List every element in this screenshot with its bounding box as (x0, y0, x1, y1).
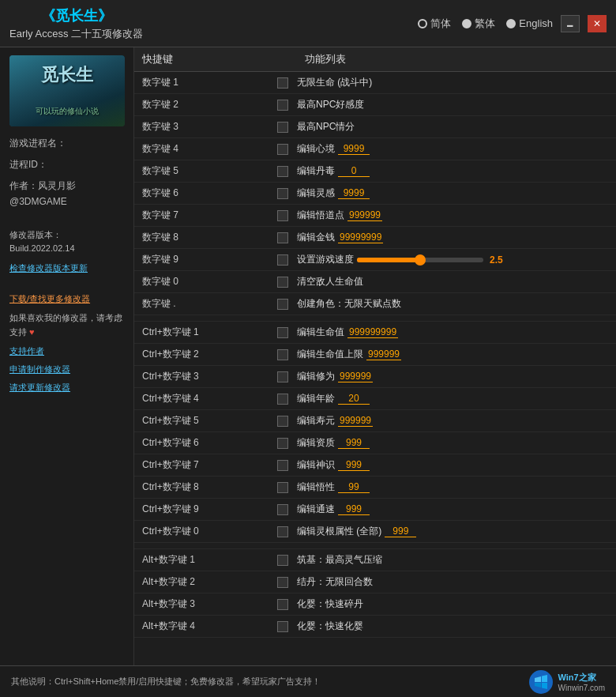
edit-hp-max[interactable]: 999999 (366, 348, 401, 360)
col-func-header: 功能列表 (297, 52, 608, 66)
checkbox[interactable] (277, 482, 288, 493)
checkbox[interactable] (277, 371, 288, 382)
checkbox[interactable] (277, 621, 288, 632)
radio-english (506, 19, 516, 28)
checkbox[interactable] (277, 166, 288, 177)
slider-thumb[interactable] (415, 254, 426, 266)
table-row: 数字键 2 最高NPC好感度 (134, 94, 616, 116)
checkbox[interactable] (277, 210, 288, 221)
row-checkbox[interactable] (269, 122, 297, 133)
row-checkbox[interactable] (269, 327, 297, 338)
row-key: Ctrl+数字键 0 (142, 525, 269, 538)
edit-hp[interactable]: 999999999 (347, 326, 398, 338)
row-checkbox[interactable] (269, 621, 297, 632)
row-checkbox[interactable] (269, 577, 297, 588)
row-key: 数字键 3 (142, 120, 269, 134)
edit-shouyuan[interactable]: 999999 (338, 415, 373, 427)
request-link[interactable]: 申请制作修改器 (9, 364, 124, 375)
row-checkbox[interactable] (269, 232, 297, 243)
edit-wudao[interactable]: 999999 (347, 209, 382, 221)
checkbox[interactable] (277, 254, 288, 266)
table-row: Alt+数字键 4 化婴：快速化婴 (134, 616, 616, 638)
row-checkbox[interactable] (269, 555, 297, 566)
close-button[interactable]: ✕ (588, 15, 607, 32)
check-update-link[interactable]: 检查修改器版本更新 (9, 262, 124, 274)
row-checkbox[interactable] (269, 349, 297, 360)
row-checkbox[interactable] (269, 210, 297, 221)
row-checkbox[interactable] (269, 394, 297, 405)
checkbox[interactable] (277, 438, 288, 449)
edit-xingjing[interactable]: 9999 (338, 143, 370, 155)
checkbox[interactable] (277, 77, 288, 89)
row-checkbox[interactable] (269, 254, 297, 266)
row-func: 编辑通速 999 (297, 503, 608, 516)
row-func: 化婴：快速碎丹 (297, 597, 608, 611)
update-request-link[interactable]: 请求更新修改器 (9, 382, 124, 394)
checkbox[interactable] (277, 188, 288, 199)
row-key: 数字键 4 (142, 142, 269, 156)
checkbox[interactable] (277, 460, 288, 471)
edit-linggen[interactable]: 999 (385, 526, 416, 537)
row-checkbox[interactable] (269, 144, 297, 155)
support-link[interactable]: 支持作者 (9, 345, 124, 357)
row-checkbox[interactable] (269, 460, 297, 471)
checkbox[interactable] (277, 144, 288, 155)
row-key: Alt+数字键 1 (142, 553, 269, 567)
row-checkbox[interactable] (269, 188, 297, 199)
row-checkbox[interactable] (269, 599, 297, 610)
checkbox[interactable] (277, 416, 288, 427)
author-label: 作者：风灵月影@3DMGAME (9, 179, 124, 209)
lang-simplified-label: 简体 (430, 17, 451, 31)
edit-shenshu[interactable]: 999 (338, 459, 370, 471)
checkbox[interactable] (277, 555, 288, 566)
row-checkbox[interactable] (269, 482, 297, 493)
row-checkbox[interactable] (269, 277, 297, 288)
row-func: 编辑丹毒 0 (297, 164, 608, 178)
row-checkbox[interactable] (269, 371, 297, 382)
download-link[interactable]: 下载/查找更多修改器 (9, 293, 124, 305)
row-checkbox[interactable] (269, 166, 297, 177)
row-func: 编辑生命值 999999999 (297, 326, 608, 339)
lang-traditional[interactable]: 繁体 (462, 17, 495, 31)
checkbox[interactable] (277, 122, 288, 133)
row-checkbox[interactable] (269, 416, 297, 427)
checkbox[interactable] (277, 599, 288, 610)
edit-dandu[interactable]: 0 (338, 165, 370, 177)
app-title-main: 《觅长生》 (41, 6, 112, 25)
checkbox[interactable] (277, 526, 288, 537)
row-func: 编辑年龄 20 (297, 392, 608, 405)
row-checkbox[interactable] (269, 77, 297, 89)
checkbox[interactable] (277, 349, 288, 360)
row-checkbox[interactable] (269, 100, 297, 111)
lang-simplified[interactable]: 简体 (418, 17, 451, 31)
checkbox[interactable] (277, 394, 288, 405)
checkbox[interactable] (277, 232, 288, 243)
game-image-title: 觅长生 (41, 63, 93, 87)
lang-english-label: English (519, 17, 553, 29)
checkbox[interactable] (277, 277, 288, 288)
checkbox[interactable] (277, 100, 288, 111)
lang-english[interactable]: English (506, 17, 553, 29)
edit-tongsu[interactable]: 999 (338, 503, 370, 515)
edit-lizhi[interactable]: 999 (338, 437, 370, 449)
edit-age[interactable]: 20 (338, 393, 370, 405)
row-checkbox[interactable] (269, 299, 297, 310)
checkbox[interactable] (277, 577, 288, 588)
row-checkbox[interactable] (269, 526, 297, 537)
row-key: 数字键 5 (142, 164, 269, 178)
row-checkbox[interactable] (269, 504, 297, 515)
minimize-button[interactable]: 🗕 (561, 15, 580, 32)
winwin-icon (528, 669, 554, 695)
version-label: 修改器版本：Build.2022.02.14 (9, 228, 124, 256)
row-key: Ctrl+数字键 2 (142, 348, 269, 361)
checkbox[interactable] (277, 299, 288, 310)
checkbox[interactable] (277, 504, 288, 515)
edit-wuxing[interactable]: 99 (338, 481, 370, 493)
table-row: 数字键 5 编辑丹毒 0 (134, 160, 616, 183)
edit-xiuwei[interactable]: 999999 (338, 371, 373, 382)
slider-fill (357, 258, 420, 262)
edit-lingan[interactable]: 9999 (338, 187, 370, 199)
checkbox[interactable] (277, 327, 288, 338)
edit-money[interactable]: 99999999 (338, 232, 383, 243)
row-checkbox[interactable] (269, 438, 297, 449)
